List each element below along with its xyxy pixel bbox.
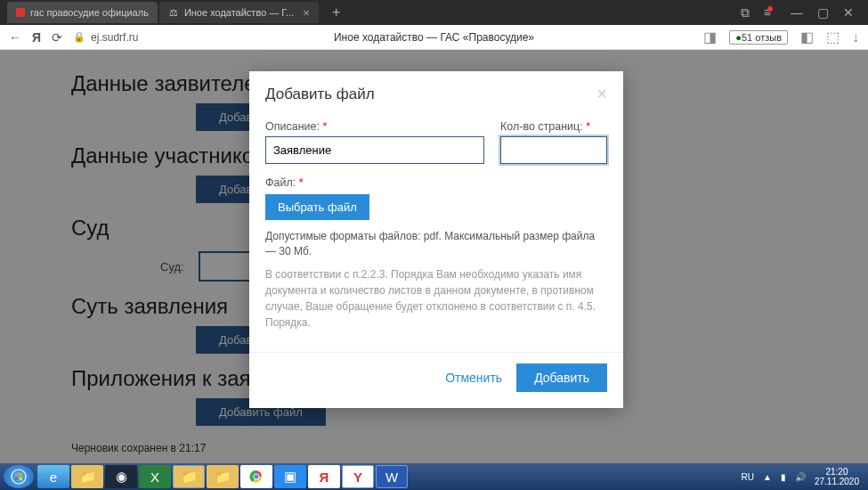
- url-text: ej.sudrf.ru: [91, 31, 138, 44]
- system-tray: RU ▲ ▮ 🔊 21:20 27.11.2020: [742, 467, 864, 486]
- new-tab-button[interactable]: +: [328, 4, 345, 20]
- tab-favicon: ⚖: [168, 7, 179, 18]
- nav-row: ← Я ⟳ 🔒 ej.sudrf.ru Иное ходатайство — Г…: [0, 25, 868, 50]
- yandex-icon[interactable]: Я: [32, 30, 41, 45]
- tray-network-icon[interactable]: ▮: [781, 472, 786, 482]
- folder2-icon[interactable]: 📁: [207, 465, 239, 488]
- menu-icon[interactable]: ≡: [764, 5, 776, 20]
- description-input[interactable]: [265, 136, 484, 164]
- browser-tab[interactable]: гас правосудие официаль: [7, 2, 158, 23]
- tray-flag-icon[interactable]: ▲: [763, 472, 772, 482]
- svg-rect-4: [20, 478, 23, 481]
- extensions-icon[interactable]: ⬚: [826, 29, 840, 45]
- tab-row: гас правосудие официаль ⚖ Иное ходатайст…: [0, 0, 868, 25]
- tray-sound-icon[interactable]: 🔊: [795, 472, 806, 482]
- tab-label: гас правосудие официаль: [30, 7, 149, 18]
- reload-icon[interactable]: ⟳: [52, 30, 62, 45]
- page-title: Иное ходатайство — ГАС «Правосудие»: [334, 31, 534, 44]
- formats-hint: Допустимые форматы файлов: pdf. Максимал…: [265, 229, 607, 259]
- svg-point-7: [254, 474, 259, 479]
- maximize-icon[interactable]: ▢: [817, 5, 829, 20]
- svg-rect-2: [20, 473, 23, 477]
- browser-chrome: гас правосудие официаль ⚖ Иное ходатайст…: [0, 0, 868, 50]
- tab-close-icon[interactable]: ×: [303, 6, 310, 20]
- reviews-badge[interactable]: ●51 отзыв: [729, 30, 788, 45]
- url-bar[interactable]: 🔒 ej.sudrf.ru Иное ходатайство — ГАС «Пр…: [73, 31, 693, 44]
- svg-rect-1: [15, 473, 19, 477]
- cancel-button[interactable]: Отменить: [445, 371, 502, 385]
- task-icons: e 📁 ◉ X 📁 📁 ▣ Я Y W: [37, 465, 408, 488]
- tab-label: Иное ходатайство — Г...: [184, 7, 294, 18]
- browser-tab-active[interactable]: ⚖ Иное ходатайство — Г... ×: [159, 2, 319, 23]
- svg-point-0: [12, 470, 26, 484]
- choose-file-button[interactable]: Выбрать файл: [265, 194, 369, 220]
- ie-icon[interactable]: e: [37, 465, 69, 488]
- add-file-modal: Добавить файл × Описание: * Кол-во стран…: [249, 71, 623, 408]
- bookmark-icon[interactable]: ◧: [800, 29, 814, 45]
- clock[interactable]: 21:20 27.11.2020: [815, 467, 859, 486]
- translate-icon[interactable]: ◨: [703, 29, 717, 45]
- description-label: Описание: *: [265, 120, 484, 133]
- excel-icon[interactable]: X: [139, 465, 171, 488]
- pages-label: Кол-во страниц: *: [500, 120, 607, 133]
- close-icon[interactable]: ✕: [843, 5, 854, 20]
- steam-icon[interactable]: ◉: [105, 465, 137, 488]
- zoom-icon[interactable]: ▣: [274, 465, 306, 488]
- modal-title: Добавить файл: [265, 86, 375, 103]
- back-icon[interactable]: ←: [9, 30, 21, 45]
- order-hint: В соответствии с п.2.2.3. Порядка Вам не…: [265, 266, 607, 331]
- yandex-taskbar-icon[interactable]: Я: [308, 465, 340, 488]
- word-icon[interactable]: W: [376, 465, 408, 488]
- window-controls: ⧉ ≡ — ▢ ✕: [741, 5, 861, 20]
- svg-rect-3: [15, 478, 19, 481]
- file-label: Файл: *: [265, 176, 607, 189]
- explorer-icon[interactable]: 📁: [71, 465, 103, 488]
- chrome-icon[interactable]: [240, 465, 272, 488]
- add-button[interactable]: Добавить: [516, 363, 607, 392]
- minimize-icon[interactable]: —: [791, 5, 803, 20]
- tab-favicon: [16, 8, 25, 17]
- yandex-browser-icon[interactable]: Y: [342, 465, 374, 488]
- pages-input[interactable]: [500, 136, 607, 164]
- lock-icon: 🔒: [73, 31, 85, 43]
- download-icon[interactable]: ↓: [852, 29, 859, 45]
- copy-icon[interactable]: ⧉: [741, 5, 750, 20]
- modal-close-icon[interactable]: ×: [596, 84, 607, 104]
- start-button[interactable]: [4, 465, 34, 488]
- lang-indicator[interactable]: RU: [742, 472, 754, 482]
- taskbar: e 📁 ◉ X 📁 📁 ▣ Я Y W RU ▲ ▮ 🔊 21:20 27.11…: [0, 463, 868, 490]
- active-folder-icon[interactable]: 📁: [173, 465, 205, 488]
